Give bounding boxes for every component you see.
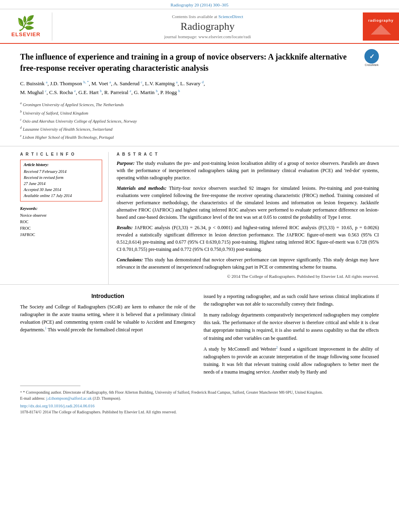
keyword-roc: ROC [20, 219, 102, 225]
journal-center: Contents lists available at ScienceDirec… [52, 12, 363, 41]
body-right-col: issued by a reporting radiographer, and … [204, 293, 379, 380]
journal-title: Radiography [56, 21, 359, 33]
abstract-copyright: © 2014 The College of Radiographers. Pub… [117, 274, 379, 279]
purpose-text: The study evaluates the pre- and post-tr… [117, 160, 379, 181]
keywords-title: Keywords: [20, 206, 102, 211]
abstract-title: A B S T R A C T [117, 152, 379, 156]
intro-para1: The Society and College of Radiographers… [20, 303, 195, 334]
results-text: JAFROC analysis (F(3,33) = 26.34, p < 0.… [117, 225, 379, 252]
sciencedirect-link: Contents lists available at ScienceDirec… [56, 14, 359, 19]
abstract-materials: Materials and methods: Thirty-four novic… [117, 185, 379, 221]
affiliation-a: a Groningen University of Applied Scienc… [20, 101, 379, 108]
article-title: The influence of experience and training… [20, 51, 356, 74]
keyword-novice: Novice observer [20, 212, 102, 219]
footnote-email: E-mail address: j.d.thompson@salford.ac.… [20, 395, 379, 401]
footnotes: * * Corresponding author. Directorate of… [0, 389, 399, 402]
accepted-date: Accepted 30 June 2014 [24, 187, 99, 193]
keyword-froc: FROC [20, 225, 102, 232]
crossmark-badge: ✓ CrossMark [364, 49, 379, 66]
elsevier-tree-icon: 🌿 [11, 16, 40, 31]
radiography-badge: radiography [363, 12, 399, 41]
crossmark-icon: ✓ [364, 49, 379, 64]
doi-line: http://dx.doi.org/10.1016/j.radi.2014.06… [0, 401, 399, 408]
footnote-divider [20, 386, 80, 386]
article-info-col: A R T I C L E I N F O Article history: R… [20, 152, 109, 284]
crossmark-label: CrossMark [364, 64, 379, 66]
purpose-label: Purpose: [117, 160, 135, 166]
affiliation-b: b University of Salford, United Kingdom [20, 109, 379, 117]
affiliations: a Groningen University of Applied Scienc… [20, 101, 379, 141]
available-date: Available online 17 July 2014 [24, 193, 99, 199]
introduction-heading: Introduction [20, 293, 195, 299]
article-info-abstract: A R T I C L E I N F O Article history: R… [0, 146, 399, 285]
article-header: The influence of experience and training… [0, 44, 399, 146]
intro-para2-right: In many radiology departments comparativ… [204, 311, 379, 342]
footnote-star: * * Corresponding author. Directorate of… [20, 389, 379, 396]
sciencedirect-anchor[interactable]: ScienceDirect [218, 14, 243, 19]
received-date: Received 7 February 2014 [24, 168, 99, 175]
badge-text: radiography [368, 18, 393, 23]
conclusions-text: This study has demonstrated that novice … [117, 257, 379, 270]
results-label: Results: [117, 225, 133, 230]
authors-line: C. Buissink a, J.D. Thompson b, *, M. Vo… [20, 79, 379, 97]
footnote-email-address: j.d.thompson@salford.ac.uk [46, 396, 92, 401]
keywords-box: Keywords: Novice observer ROC FROC JAFRO… [20, 206, 102, 238]
badge-triangle-icon [371, 25, 391, 35]
affiliation-c: c Oslo and Akershus University College o… [20, 117, 379, 125]
intro-para3-right: A study by McConnell and Webster2 found … [204, 345, 379, 376]
abstract-conclusions: Conclusions: This study has demonstrated… [117, 256, 379, 271]
intro-para1-right: issued by a reporting radiographer, and … [204, 293, 379, 308]
history-title: Article history: [24, 162, 99, 167]
received-revised-date: 27 June 2014 [24, 181, 99, 187]
received-revised-label: Received in revised form [24, 175, 99, 181]
abstract-results: Results: JAFROC analysis (F(3,33) = 26.3… [117, 224, 379, 253]
bottom-copyright: 1078-8174/© 2014 The College of Radiogra… [0, 408, 399, 418]
abstract-col: A B S T R A C T Purpose: The study evalu… [117, 152, 379, 284]
elsevier-logo: 🌿 ELSEVIER [0, 12, 52, 41]
elsevier-brand: ELSEVIER [11, 31, 40, 37]
affiliation-d: d Lausanne University of Health Sciences… [20, 125, 379, 133]
body-section: Introduction The Society and College of … [0, 285, 399, 380]
materials-label: Materials and methods: [117, 185, 167, 191]
article-history-box: Article history: Received 7 February 201… [20, 160, 102, 201]
journal-homepage: journal homepage: www.elsevier.com/locat… [56, 34, 359, 39]
conclusions-label: Conclusions: [117, 257, 143, 263]
journal-header: 🌿 ELSEVIER Contents lists available at S… [0, 9, 399, 44]
body-left-col: Introduction The Society and College of … [20, 293, 195, 380]
abstract-purpose: Purpose: The study evaluates the pre- an… [117, 160, 379, 181]
article-info-title: A R T I C L E I N F O [20, 152, 102, 156]
keyword-jafroc: JAFROC [20, 232, 102, 238]
journal-volume: Radiography 20 (2014) 300–305 [0, 0, 399, 9]
affiliation-e: e Lisbon Higher School of Health Technol… [20, 134, 379, 141]
